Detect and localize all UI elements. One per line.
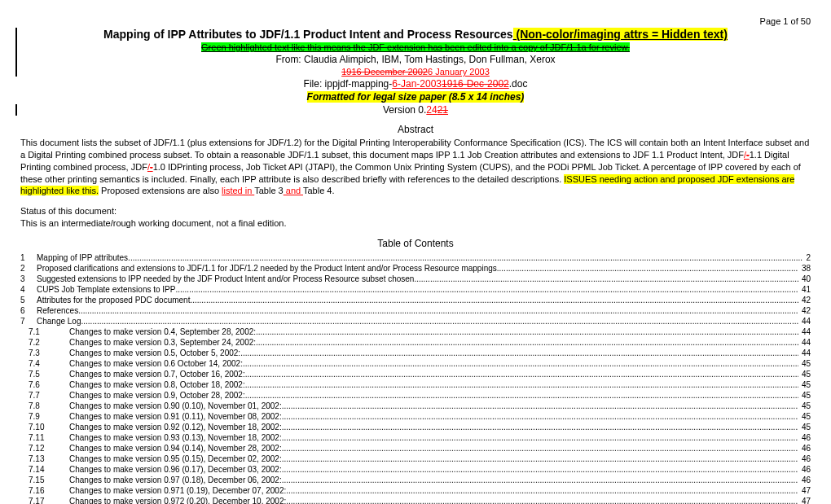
- toc-sub-entry: 7.5Changes to make version 0.7, October …: [20, 369, 811, 379]
- toc-sub-entry: 7.12Changes to make version 0.94 (0.14),…: [20, 443, 811, 454]
- from-line: From: Claudia Alimpich, IBM, Tom Hasting…: [20, 54, 811, 65]
- toc-entry: 6References 42: [20, 305, 811, 316]
- toc-sub-entry: 7.15Changes to make version 0.97 (0.18),…: [20, 475, 811, 485]
- version-line: Version 0.2421: [20, 104, 811, 116]
- toc-entry: 7Change Log 44: [20, 316, 811, 327]
- toc-sub: 7.1Changes to make version 0.4, Septembe…: [20, 327, 811, 504]
- toc-sub-entry: 7.13Changes to make version 0.95 (0.15),…: [20, 454, 811, 464]
- toc-sub-entry: 7.8Changes to make version 0.90 (0.10), …: [20, 401, 811, 411]
- document-title: Mapping of IPP Attributes to JDF/1.1 Pro…: [20, 28, 811, 41]
- toc-sub-entry: 7.14Changes to make version 0.96 (0.17),…: [20, 464, 811, 475]
- toc-sub-entry: 7.9Changes to make version 0.91 (0.11), …: [20, 411, 811, 422]
- toc-sub-entry: 7.16Changes to make version 0.971 (0.19)…: [20, 485, 811, 496]
- toc-entry: 1Mapping of IPP attributes 2: [20, 252, 811, 263]
- toc-sub-entry: 7.10Changes to make version 0.92 (0.12),…: [20, 422, 811, 432]
- toc-entry: 2Proposed clarifications and extensions …: [20, 263, 811, 274]
- toc-sub-entry: 7.2Changes to make version 0.3, Septembe…: [20, 337, 811, 348]
- abstract-text: This document lists the subset of JDF/1.…: [20, 137, 811, 197]
- toc-sub-entry: 7.3Changes to make version 0.5, October …: [20, 348, 811, 358]
- toc-entry: 5Attributes for the proposed PDC documen…: [20, 295, 811, 305]
- status-section: Status of this document: This is an inte…: [20, 205, 811, 230]
- file-line: File: ippjdf-mapping-6-Jan-20031916-Dec-…: [20, 78, 811, 90]
- toc-sub-entry: 7.7Changes to make version 0.9, October …: [20, 390, 811, 401]
- page-number: Page 1 of 50: [20, 16, 811, 26]
- toc-entry: 3Suggested extensions to IPP needed by t…: [20, 274, 811, 284]
- green-highlight-note: Green highlighted text like this means t…: [201, 42, 630, 52]
- toc-entry: 4CUPS Job Template extensions to IPP 41: [20, 284, 811, 295]
- toc-sub-entry: 7.4Changes to make version 0.6 October 1…: [20, 358, 811, 369]
- abstract-title: Abstract: [20, 124, 811, 135]
- toc-sub-entry: 7.1Changes to make version 0.4, Septembe…: [20, 327, 811, 337]
- toc-sub-entry: 7.6Changes to make version 0.8, October …: [20, 379, 811, 390]
- toc-title: Table of Contents: [20, 238, 811, 249]
- toc-sub-entry: 7.17Changes to make version 0.972 (0.20)…: [20, 496, 811, 504]
- toc-sub-entry: 7.11Changes to make version 0.93 (0.13),…: [20, 432, 811, 443]
- title-subtitle: (Non-color/imaging attrs = Hidden text): [513, 28, 728, 41]
- toc-main: 1Mapping of IPP attributes 22Proposed cl…: [20, 252, 811, 327]
- format-line: Formatted for legal size paper (8.5 x 14…: [20, 91, 811, 103]
- date-line: 1916 December 20026 January 2003: [20, 67, 811, 77]
